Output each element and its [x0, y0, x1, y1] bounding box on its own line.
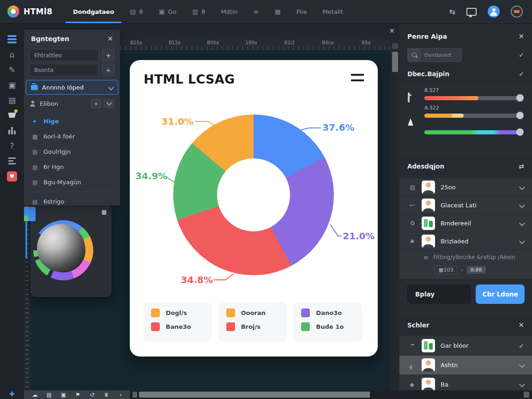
layer-row-3[interactable]: ♠Brizlaóed [399, 232, 532, 250]
cloud-icon[interactable]: ☁ [28, 392, 42, 398]
schler-row-2[interactable]: ◆Ba [399, 375, 532, 390]
nav-item-panels[interactable]: ▤8 [130, 0, 143, 23]
left-panel-close-icon[interactable]: ✕ [107, 35, 113, 43]
nav-item-table[interactable]: ▦ [275, 0, 281, 23]
nav-item-metalit[interactable]: Metalit [323, 0, 344, 23]
layer-row-2[interactable]: ♻Bmdereeil [399, 214, 532, 232]
check-icon[interactable]: ✓ [519, 70, 524, 78]
nav-item-go[interactable]: ▣Go [159, 0, 176, 23]
avatar [422, 378, 435, 390]
crosshair-icon[interactable]: ✚ [0, 390, 24, 398]
hscroll-thumb[interactable] [139, 392, 370, 398]
sidebar-item-3[interactable]: ▤6r Hgn [24, 159, 120, 175]
chevron-down-icon[interactable] [519, 220, 525, 226]
slider-2[interactable] [424, 114, 522, 118]
slider-1[interactable] [424, 96, 522, 100]
chevron-right-icon[interactable]: › [114, 392, 128, 398]
time-chip[interactable]: 8:88 [467, 266, 486, 274]
section-header-1[interactable]: Dbec.Bajpin ✓ [399, 66, 532, 82]
right-panel-close-icon[interactable]: ✕ [518, 32, 524, 41]
section-close-icon[interactable]: ✕ [518, 321, 524, 329]
schler-row-1[interactable]: Ashtn [399, 356, 532, 375]
slider-1-handle[interactable] [516, 94, 524, 102]
swap-arrows-icon[interactable]: ⇆ [449, 7, 455, 16]
section-header-2[interactable]: Adesdqjon ⇄ [399, 158, 532, 175]
slider-3-handle[interactable] [516, 128, 524, 136]
nav-item-rows[interactable]: ≡ [254, 0, 259, 23]
sidebar-item-2[interactable]: ▤Goulrlgjn [24, 144, 120, 159]
printer-icon[interactable]: ▣ [0, 77, 24, 92]
canvas-vscrollbar[interactable] [390, 39, 399, 390]
nav-item-mdtin[interactable]: Mdtin [221, 0, 237, 23]
file-icon[interactable]: ▤ [42, 392, 56, 398]
sidebar-item-1[interactable]: ▦6orl-4 foér [24, 129, 120, 144]
collapse-left-button[interactable]: « [91, 99, 102, 109]
add-button[interactable]: + [102, 49, 115, 61]
check-icon[interactable]: ✓ [519, 342, 524, 350]
home-icon[interactable]: ⌂ [0, 47, 24, 62]
hscroll-right-button[interactable] [524, 392, 529, 398]
chevron-down-icon[interactable] [519, 381, 525, 387]
hscroll-left-nub[interactable] [133, 392, 137, 398]
crown-icon[interactable]: ♛ [99, 392, 114, 398]
hamburger-icon[interactable]: ≡ [423, 254, 429, 261]
section-header-3[interactable]: Schler ✕ [399, 317, 532, 333]
expand-button[interactable] [103, 99, 115, 109]
help-icon[interactable]: ? [0, 138, 24, 153]
chart-bars-icon[interactable] [0, 123, 24, 138]
vruler-thumb[interactable] [25, 216, 27, 259]
legend-box-0: Dogl/sBane3o [143, 302, 212, 342]
selected-project-row[interactable]: Annnnò Ióped [26, 80, 118, 95]
check-icon[interactable]: ✓ [519, 51, 524, 59]
slider-3[interactable] [424, 130, 522, 134]
shuffle-icon[interactable]: ⇄ [519, 163, 524, 170]
user-avatar-blue[interactable] [488, 6, 500, 18]
horizontal-scrollbar[interactable] [130, 390, 532, 399]
chevron-down-icon[interactable] [519, 202, 525, 208]
schler-row-0[interactable]: Gar blóor✓ [399, 336, 532, 356]
nav-item-windows[interactable]: ▥8 [192, 0, 206, 23]
layer-row-1[interactable]: ↩Glaceat Ĺati [399, 196, 532, 214]
sidebar-item-0[interactable]: ✦Hige [24, 114, 120, 129]
donut-chart[interactable] [173, 115, 334, 275]
slider-2-handle[interactable] [516, 112, 524, 119]
divide-button[interactable]: ÷ [102, 64, 115, 76]
user-avatar-orange[interactable] [511, 6, 523, 18]
cards-icon[interactable]: ▤ [0, 92, 24, 108]
flag-icon[interactable]: ⚑ [71, 392, 85, 398]
canvas-close-icon[interactable]: ✕ [389, 27, 395, 35]
edit-icon[interactable]: ✎ [0, 62, 24, 77]
undo-icon[interactable]: ↺ [85, 392, 99, 398]
cart-icon[interactable] [0, 108, 24, 123]
page-chip[interactable]: ▦103 [435, 266, 457, 274]
sidebar-item-4[interactable]: ▤Bgu-Myagün [24, 175, 120, 190]
vscroll-thumb[interactable] [392, 52, 398, 72]
nav-item-piie[interactable]: Piie [296, 0, 307, 23]
grid-icon[interactable]: ▦ [102, 209, 107, 215]
sidebar-item-footer[interactable]: ▤ 6strigo [24, 194, 120, 209]
vscroll-button[interactable] [392, 43, 398, 49]
chevron-down-icon[interactable] [519, 184, 525, 190]
nav-item-label: Dondgataeo [73, 8, 114, 15]
nav-item-dashboard[interactable]: Dondgataeo [73, 0, 114, 23]
chevron-down-icon[interactable] [519, 362, 525, 368]
primary-button[interactable]: Cbr Ldone [476, 284, 525, 304]
doc-icon: ▤ [32, 164, 39, 170]
search-input-1[interactable]: Ehtrattleo [30, 49, 99, 61]
person-row-label: Elibon [40, 100, 58, 107]
favorites-icon[interactable]: ♥ [0, 169, 24, 184]
search-input-2[interactable]: Bsonta [30, 64, 99, 76]
filter-icon[interactable] [0, 153, 24, 169]
chevron-down-icon[interactable] [519, 238, 525, 244]
layer-row-0[interactable]: ▤25oo [399, 178, 532, 196]
person-row[interactable]: Elibon « [24, 96, 120, 111]
app-logo[interactable]: HTMl8 [0, 6, 58, 18]
hamburger-icon[interactable] [351, 74, 364, 81]
search-input[interactable]: Ovntbroidt [407, 48, 462, 62]
monitor-icon[interactable] [466, 8, 477, 16]
secondary-button[interactable]: Bplay [407, 284, 471, 304]
menu-icon[interactable] [0, 31, 24, 47]
preview-panel[interactable]: ▦ [30, 205, 111, 297]
frame-icon[interactable]: ▣ [56, 392, 71, 398]
chart-thumbnail [422, 339, 435, 352]
